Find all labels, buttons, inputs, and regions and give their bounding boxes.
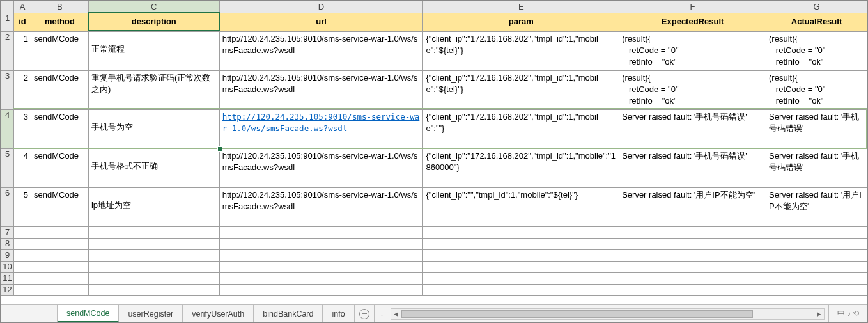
row-header-8[interactable]: 8: [1, 239, 14, 250]
scrollbar-thumb[interactable]: [401, 310, 754, 318]
col-header-C[interactable]: C: [88, 1, 219, 13]
cell-description[interactable]: 正常流程: [88, 32, 219, 71]
col-header-G[interactable]: G: [766, 1, 867, 13]
cell-actual[interactable]: Server raised fault: '用户IP不能为空': [766, 188, 867, 227]
cell-url[interactable]: http://120.24.235.105:9010/sms-service-w…: [219, 188, 423, 227]
scroll-left-button[interactable]: ◂: [391, 310, 401, 319]
cell-method[interactable]: sendMCode: [31, 188, 88, 227]
row-header-10[interactable]: 10: [1, 262, 14, 273]
col-header-B[interactable]: B: [31, 1, 88, 13]
cell-id[interactable]: 2: [13, 71, 31, 110]
col-header-E[interactable]: E: [423, 1, 619, 13]
header-url: url: [220, 13, 423, 30]
row-header-7[interactable]: 7: [1, 227, 14, 239]
cell-param[interactable]: {"client_ip":"172.16.168.202","tmpl_id":…: [423, 71, 619, 110]
col-header-A[interactable]: A: [13, 1, 31, 13]
row-header-4[interactable]: 4: [1, 110, 14, 149]
cell-description[interactable]: 重复手机号请求验证码(正常次数之内): [88, 71, 219, 110]
cell-C1[interactable]: description: [88, 13, 219, 32]
cell-description[interactable]: 手机号格式不正确: [88, 149, 219, 188]
header-row: 1 id method description url param Expect…: [1, 13, 867, 32]
header-method: method: [31, 13, 88, 30]
row-header-5[interactable]: 5: [1, 149, 14, 188]
col-header-D[interactable]: D: [219, 1, 423, 13]
row-header-2[interactable]: 2: [1, 32, 14, 71]
grid-area[interactable]: A B C D E F G 1 id method description ur…: [1, 1, 867, 304]
row-header-9[interactable]: 9: [1, 250, 14, 262]
sheet-tab-info[interactable]: info: [323, 305, 354, 322]
cell-param[interactable]: {"client_ip":"","tmpl_id":1,"mobile":"${…: [423, 188, 619, 227]
cell-E1[interactable]: param: [423, 13, 619, 32]
url-link[interactable]: http://120.24.235.105:9010/sms-service-w…: [222, 112, 420, 133]
cell-expected[interactable]: Server raised fault: '用户IP不能为空': [619, 188, 766, 227]
table-row: 5 4 sendMCode 手机号格式不正确 http://120.24.235…: [1, 149, 867, 188]
tab-split-handle[interactable]: ⋮: [378, 310, 387, 318]
cell-A1[interactable]: id: [13, 13, 31, 32]
cell-description[interactable]: 手机号为空: [88, 110, 219, 149]
header-expected: ExpectedResult: [619, 13, 766, 30]
cell-method[interactable]: sendMCode: [31, 110, 88, 149]
cell-actual[interactable]: (result){ retCode = "0" retInfo = "ok": [766, 32, 867, 71]
column-header-row: A B C D E F G: [1, 1, 867, 13]
empty-row: 7: [1, 227, 867, 239]
sheet-tab-bindBankCard[interactable]: bindBankCard: [254, 305, 323, 322]
ime-status-icons[interactable]: 中 ♪ ⟲: [828, 305, 867, 322]
select-all-corner[interactable]: [1, 1, 14, 13]
row-header-6[interactable]: 6: [1, 188, 14, 227]
cell-param[interactable]: {"client_ip":"172.16.168.202","tmpl_id":…: [423, 32, 619, 71]
empty-row: 8: [1, 239, 867, 250]
horizontal-scroll-zone: ⋮ ◂ ▸: [375, 305, 828, 322]
cell-expected[interactable]: (result){ retCode = "0" retInfo = "ok": [619, 32, 766, 71]
table-row: 2 1 sendMCode 正常流程 http://120.24.235.105…: [1, 32, 867, 71]
header-description: description: [89, 13, 219, 30]
sheet-tab-verifyUserAuth[interactable]: verifyUserAuth: [183, 305, 254, 322]
sheet-tab-bar: sendMCode userRegister verifyUserAuth bi…: [1, 304, 867, 322]
header-param: param: [423, 13, 619, 30]
cell-G1[interactable]: ActualResult: [766, 13, 867, 32]
header-actual: ActualResult: [766, 13, 867, 30]
table-row: 4 3 sendMCode 手机号为空 http://120.24.235.10…: [1, 110, 867, 149]
cell-F1[interactable]: ExpectedResult: [619, 13, 766, 32]
tab-nav-spacer: [1, 305, 58, 322]
cell-actual[interactable]: Server raised fault: '手机号码错误': [766, 110, 867, 149]
new-sheet-button[interactable]: [355, 305, 375, 322]
row-header-11[interactable]: 11: [1, 273, 14, 285]
row-header-1[interactable]: 1: [1, 13, 14, 32]
cell-actual[interactable]: (result){ retCode = "0" retInfo = "ok": [766, 71, 867, 110]
cell-url[interactable]: http://120.24.235.105:9010/sms-service-w…: [219, 149, 423, 188]
cell-url[interactable]: http://120.24.235.105:9010/sms-service-w…: [219, 32, 423, 71]
scroll-right-button[interactable]: ▸: [814, 310, 824, 319]
empty-row: 9: [1, 250, 867, 262]
col-header-F[interactable]: F: [619, 1, 766, 13]
empty-row: 10: [1, 262, 867, 273]
cell-expected[interactable]: Server raised fault: '手机号码错误': [619, 149, 766, 188]
cell-id[interactable]: 3: [13, 110, 31, 149]
cell-param[interactable]: {"client_ip":"172.16.168.202","tmpl_id":…: [423, 149, 619, 188]
cell-url[interactable]: http://120.24.235.105:9010/sms-service-w…: [219, 71, 423, 110]
scrollbar-track[interactable]: [401, 310, 814, 319]
cell-url[interactable]: http://120.24.235.105:9010/sms-service-w…: [219, 110, 423, 149]
cell-B1[interactable]: method: [31, 13, 88, 32]
cell-method[interactable]: sendMCode: [31, 71, 88, 110]
horizontal-scrollbar[interactable]: ◂ ▸: [391, 308, 825, 320]
spreadsheet-viewport: A B C D E F G 1 id method description ur…: [0, 0, 868, 323]
header-id: id: [14, 13, 31, 30]
cell-actual[interactable]: Server raised fault: '手机号码错误': [766, 149, 867, 188]
fill-handle[interactable]: [217, 146, 222, 152]
cell-method[interactable]: sendMCode: [31, 149, 88, 188]
cell-id[interactable]: 4: [13, 149, 31, 188]
row-header-12[interactable]: 12: [1, 285, 14, 296]
sheet-tab-sendMCode[interactable]: sendMCode: [58, 305, 119, 322]
plus-circle-icon: [359, 309, 369, 319]
empty-row: 12: [1, 285, 867, 296]
cell-expected[interactable]: (result){ retCode = "0" retInfo = "ok": [619, 71, 766, 110]
cell-expected[interactable]: Server raised fault: '手机号码错误': [619, 110, 766, 149]
cell-id[interactable]: 5: [13, 188, 31, 227]
cell-D1[interactable]: url: [219, 13, 423, 32]
cell-id[interactable]: 1: [13, 32, 31, 71]
sheet-tab-userRegister[interactable]: userRegister: [119, 305, 183, 322]
row-header-3[interactable]: 3: [1, 71, 14, 110]
cell-param[interactable]: {"client_ip":"172.16.168.202","tmpl_id":…: [423, 110, 619, 149]
cell-method[interactable]: sendMCode: [31, 32, 88, 71]
cell-description[interactable]: ip地址为空: [88, 188, 219, 227]
